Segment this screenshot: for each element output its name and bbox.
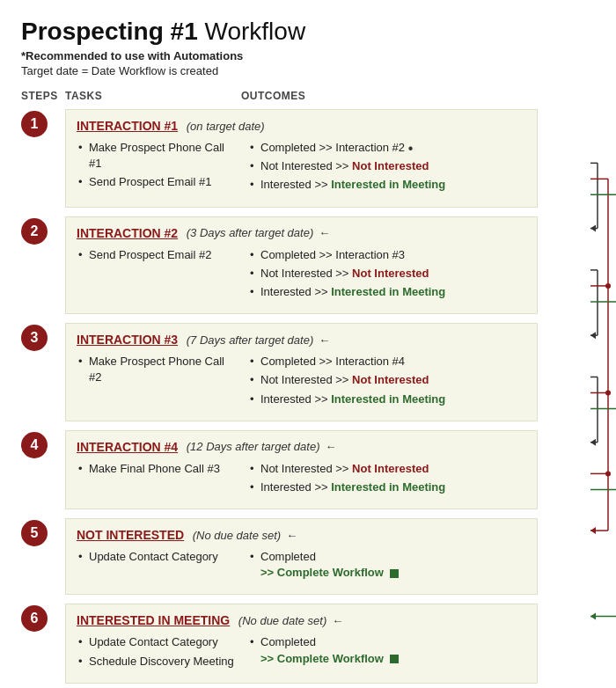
step-1-body: Make Prospect Phone Call #1 Send Prospec… bbox=[77, 140, 526, 196]
step-4-circle: 4 bbox=[21, 432, 48, 458]
step-5-outcomes: Completed >> Complete Workflow bbox=[248, 549, 526, 583]
task-item: Make Final Phone Call #3 bbox=[77, 461, 239, 477]
column-headers: STEPS TASKS OUTCOMES bbox=[21, 90, 595, 102]
step-3-content: INTERACTION #3 (7 Days after target date… bbox=[65, 323, 538, 421]
step-3-tasks: Make Prospect Phone Call #2 bbox=[77, 354, 239, 410]
step-3-body: Make Prospect Phone Call #2 Completed >>… bbox=[77, 354, 526, 410]
step-3-outcomes: Completed >> Interaction #4 Not Interest… bbox=[248, 354, 526, 410]
connector-lines-svg bbox=[590, 109, 616, 688]
step-6-timing: (No due date set) bbox=[235, 614, 326, 627]
task-item: Schedule Discovery Meeting bbox=[77, 654, 239, 670]
step-2-task-list: Send Prospect Email #2 bbox=[77, 247, 239, 263]
svg-marker-3 bbox=[590, 225, 596, 232]
complete-square-icon bbox=[390, 569, 399, 578]
title-light: Workflow bbox=[198, 18, 305, 45]
subtitle-bold: *Recommended to use with Automations bbox=[21, 49, 595, 62]
step-5-task-list: Update Contact Category bbox=[77, 549, 239, 565]
step-2: 2 INTERACTION #2 (3 Days after target da… bbox=[21, 216, 538, 315]
task-item: Make Prospect Phone Call #2 bbox=[77, 354, 239, 385]
svg-point-25 bbox=[605, 390, 611, 395]
complete-workflow-text-2: >> Complete Workflow bbox=[260, 652, 399, 665]
step-1-content: INTERACTION #1 (on target date) Make Pro… bbox=[65, 109, 538, 208]
step-3: 3 INTERACTION #3 (7 Days after target da… bbox=[21, 323, 538, 421]
step-4-tasks: Make Final Phone Call #3 bbox=[77, 461, 239, 498]
step-6-circle: 6 bbox=[21, 605, 48, 632]
step-4-task-list: Make Final Phone Call #3 bbox=[77, 461, 239, 477]
step-5-timing: (No due date set) bbox=[189, 529, 281, 542]
step-4: 4 INTERACTION #4 (12 Days after target d… bbox=[21, 430, 538, 509]
svg-marker-23 bbox=[590, 439, 596, 446]
step-6-body: Update Contact Category Schedule Discove… bbox=[77, 634, 526, 671]
outcome-completed: Completed >> Interaction #2 • bbox=[248, 140, 526, 156]
step-5-outcome-list: Completed >> Complete Workflow bbox=[248, 549, 526, 581]
step-2-outcome-list: Completed >> Interaction #3 Not Interest… bbox=[248, 247, 526, 301]
step-6-task-list: Update Contact Category Schedule Discove… bbox=[77, 634, 239, 669]
step-2-timing: (3 Days after target date) bbox=[183, 226, 313, 239]
svg-marker-11 bbox=[590, 612, 596, 619]
step-6-tasks: Update Contact Category Schedule Discove… bbox=[77, 634, 239, 671]
step-3-timing: (7 Days after target date) bbox=[183, 333, 313, 347]
step-1-timing: (on target date) bbox=[187, 120, 265, 133]
svg-marker-15 bbox=[590, 332, 596, 339]
title-bold: Prospecting #1 bbox=[21, 18, 198, 45]
step-6-outcomes: Completed >> Complete Workflow bbox=[248, 634, 526, 671]
col-header-tasks: TASKS bbox=[65, 90, 241, 102]
page-header: Prospecting #1 Workflow *Recommended to … bbox=[21, 18, 595, 77]
step-1-task-list: Make Prospect Phone Call #1 Send Prospec… bbox=[77, 140, 239, 191]
task-item: Update Contact Category bbox=[77, 549, 239, 565]
page-title: Prospecting #1 Workflow bbox=[21, 18, 595, 46]
step-3-circle: 3 bbox=[21, 325, 48, 351]
task-item: Send Prospect Email #1 bbox=[77, 174, 239, 190]
outcome-completed-workflow: Completed >> Complete Workflow bbox=[248, 634, 526, 666]
step-1-outcome-list: Completed >> Interaction #2 • Not Intere… bbox=[248, 140, 526, 194]
svg-marker-7 bbox=[590, 527, 596, 534]
step-2-heading: INTERACTION #2 bbox=[77, 226, 178, 240]
complete-square-icon-2 bbox=[390, 655, 399, 663]
step-6-outcome-list: Completed >> Complete Workflow bbox=[248, 634, 526, 666]
step-4-outcome-list: Not Interested >> Not Interested Interes… bbox=[248, 461, 526, 495]
step-6-number-col: 6 bbox=[21, 604, 65, 632]
step-5-number-col: 5 bbox=[21, 518, 65, 546]
step-1: 1 INTERACTION #1 (on target date) Make P… bbox=[21, 109, 538, 208]
step-3-heading: INTERACTION #3 bbox=[77, 333, 178, 347]
workflow-diagram: 1 INTERACTION #1 (on target date) Make P… bbox=[21, 109, 595, 684]
step-2-circle: 2 bbox=[21, 218, 48, 245]
outcome-not-interested: Not Interested >> Not Interested bbox=[248, 266, 526, 282]
col-header-outcomes: OUTCOMES bbox=[241, 90, 595, 102]
step-1-outcomes: Completed >> Interaction #2 • Not Intere… bbox=[248, 140, 526, 196]
step-5-circle: 5 bbox=[21, 520, 48, 546]
step-1-number-col: 1 bbox=[21, 109, 65, 137]
task-item: Make Prospect Phone Call #1 bbox=[77, 140, 239, 172]
step-1-heading: INTERACTION #1 bbox=[77, 119, 178, 133]
step-4-number-col: 4 bbox=[21, 430, 65, 458]
outcome-interested: Interested >> Interested in Meeting bbox=[248, 284, 526, 300]
step-4-outcomes: Not Interested >> Not Interested Interes… bbox=[248, 461, 526, 498]
step-4-body: Make Final Phone Call #3 Not Interested … bbox=[77, 461, 526, 498]
step-6-content: INTERESTED IN MEETING (No due date set) … bbox=[65, 604, 538, 683]
step-2-outcomes: Completed >> Interaction #3 Not Interest… bbox=[248, 247, 526, 304]
step-3-task-list: Make Prospect Phone Call #2 bbox=[77, 354, 239, 385]
outcome-not-interested: Not Interested >> Not Interested bbox=[248, 461, 526, 477]
step-1-circle: 1 bbox=[21, 111, 48, 137]
col-header-steps: STEPS bbox=[21, 90, 65, 102]
step-1-tasks: Make Prospect Phone Call #1 Send Prospec… bbox=[77, 140, 239, 196]
svg-point-17 bbox=[605, 283, 611, 289]
step-5-heading: NOT INTERESTED bbox=[77, 528, 184, 542]
step-4-timing: (12 Days after target date) bbox=[183, 440, 319, 453]
step-5-tasks: Update Contact Category bbox=[77, 549, 239, 583]
outcome-not-interested: Not Interested >> Not Interested bbox=[248, 372, 526, 388]
step-2-content: INTERACTION #2 (3 Days after target date… bbox=[65, 216, 538, 315]
step-3-outcome-list: Completed >> Interaction #4 Not Interest… bbox=[248, 354, 526, 407]
complete-workflow-text: >> Complete Workflow bbox=[260, 566, 399, 579]
step-2-body: Send Prospect Email #2 Completed >> Inte… bbox=[77, 247, 526, 304]
step-5: 5 NOT INTERESTED (No due date set) ← Upd… bbox=[21, 518, 538, 595]
step-2-tasks: Send Prospect Email #2 bbox=[77, 247, 239, 304]
outcome-interested: Interested >> Interested in Meeting bbox=[248, 479, 526, 495]
step-4-content: INTERACTION #4 (12 Days after target dat… bbox=[65, 430, 538, 509]
outcome-not-interested: Not Interested >> Not Interested bbox=[248, 158, 526, 174]
outcome-completed: Completed >> Interaction #3 bbox=[248, 247, 526, 263]
task-item: Send Prospect Email #2 bbox=[77, 247, 239, 263]
outcome-completed-workflow: Completed >> Complete Workflow bbox=[248, 549, 526, 581]
step-6: 6 INTERESTED IN MEETING (No due date set… bbox=[21, 604, 538, 683]
step-6-heading: INTERESTED IN MEETING bbox=[77, 613, 230, 627]
